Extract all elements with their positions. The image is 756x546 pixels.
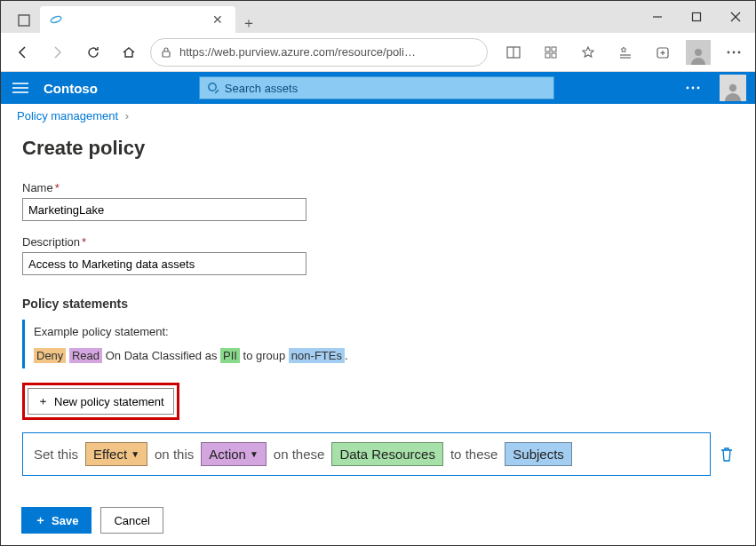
svg-point-28 <box>692 87 695 90</box>
new-policy-statement-label: New policy statement <box>54 395 164 408</box>
svg-point-18 <box>695 49 702 56</box>
browser-toolbar: https://web.purview.azure.com/resource/p… <box>1 33 755 72</box>
subjects-token[interactable]: Subjects <box>505 442 572 466</box>
action-token[interactable]: Action▼ <box>201 442 267 466</box>
brand-name: Contoso <box>44 81 98 96</box>
search-placeholder: Search assets <box>225 82 298 95</box>
address-bar[interactable]: https://web.purview.azure.com/resource/p… <box>150 38 488 67</box>
caret-down-icon: ▼ <box>131 449 139 459</box>
example-chip-nonfte: non-FTEs <box>289 348 345 363</box>
window-minimize-button[interactable] <box>638 1 677 33</box>
window-maximize-button[interactable] <box>677 1 716 33</box>
svg-rect-3 <box>693 13 701 21</box>
svg-rect-12 <box>552 53 556 58</box>
name-label: Name <box>22 181 53 194</box>
tab-actions-icon[interactable] <box>12 8 36 33</box>
hamburger-icon[interactable] <box>10 82 31 94</box>
window-close-button[interactable] <box>716 1 755 33</box>
svg-point-30 <box>729 84 736 91</box>
example-chip-read: Read <box>69 348 102 363</box>
svg-point-20 <box>733 51 736 53</box>
svg-rect-6 <box>163 51 170 57</box>
description-label: Description <box>22 235 80 249</box>
description-field: Description* <box>22 235 734 275</box>
policy-statement-row: Set this Effect▼ on this Action▼ on thes… <box>22 432 734 476</box>
favorites-list-icon[interactable] <box>611 38 640 67</box>
delete-statement-icon[interactable] <box>720 447 734 463</box>
header-more-icon[interactable] <box>679 74 707 102</box>
lock-icon <box>160 46 172 59</box>
save-button[interactable]: ＋ Save <box>21 507 92 534</box>
app-header: Contoso Search assets <box>1 72 755 104</box>
plus-icon: ＋ <box>37 393 49 409</box>
footer-actions: ＋ Save Cancel <box>21 507 163 534</box>
more-icon[interactable] <box>720 38 748 67</box>
save-label: Save <box>52 514 78 527</box>
tab-favicon <box>49 12 63 27</box>
builder-text: on these <box>274 447 325 462</box>
search-input[interactable]: Search assets <box>199 76 554 99</box>
cancel-button[interactable]: Cancel <box>100 507 163 534</box>
example-title: Example policy statement: <box>34 321 734 344</box>
page-title: Create policy <box>22 137 734 160</box>
chevron-right-icon: › <box>125 109 129 123</box>
name-input[interactable] <box>22 198 306 221</box>
effect-token[interactable]: Effect▼ <box>85 442 147 466</box>
svg-point-25 <box>209 83 216 91</box>
tab-close-icon[interactable]: ✕ <box>209 12 227 27</box>
home-button[interactable] <box>115 38 143 67</box>
main-content: Create policy Name* Description* Policy … <box>1 128 755 479</box>
example-chip-pii: PII <box>220 348 240 363</box>
builder-text: to these <box>450 447 497 462</box>
tab-strip: ✕ ＋ <box>1 1 262 33</box>
caret-down-icon: ▼ <box>250 449 259 459</box>
policy-statement-builder: Set this Effect▼ on this Action▼ on thes… <box>22 432 711 476</box>
builder-text: on this <box>155 447 194 462</box>
new-policy-statement-button[interactable]: ＋ New policy statement <box>28 388 174 415</box>
breadcrumb: Policy management › <box>1 104 755 128</box>
app-profile-avatar[interactable] <box>720 75 746 101</box>
reader-icon[interactable] <box>499 38 528 67</box>
back-button[interactable] <box>8 38 36 67</box>
svg-rect-0 <box>19 15 29 26</box>
svg-point-1 <box>50 15 61 24</box>
svg-rect-10 <box>552 47 556 51</box>
window-controls <box>638 1 755 33</box>
builder-text: Set this <box>34 447 78 462</box>
plus-icon: ＋ <box>35 512 46 528</box>
description-input[interactable] <box>22 252 306 275</box>
svg-rect-9 <box>545 47 550 51</box>
refresh-button[interactable] <box>79 38 107 67</box>
required-asterisk: * <box>55 181 60 194</box>
example-policy-statement: Example policy statement: Deny Read On D… <box>22 320 734 368</box>
svg-point-19 <box>728 51 730 53</box>
profile-avatar[interactable] <box>686 40 711 65</box>
window-titlebar: ✕ ＋ <box>1 1 755 33</box>
apps-icon[interactable] <box>537 38 565 67</box>
required-asterisk: * <box>82 235 86 249</box>
svg-rect-11 <box>545 53 550 58</box>
svg-point-29 <box>697 87 700 90</box>
new-policy-statement-highlight: ＋ New policy statement <box>22 383 179 420</box>
svg-point-21 <box>738 51 741 53</box>
name-field: Name* <box>22 181 734 221</box>
collections-icon[interactable] <box>649 38 677 67</box>
cancel-label: Cancel <box>114 514 149 527</box>
breadcrumb-link[interactable]: Policy management <box>17 109 118 123</box>
search-icon <box>207 82 219 94</box>
example-chip-deny: Deny <box>34 348 66 363</box>
new-tab-button[interactable]: ＋ <box>235 14 262 33</box>
policy-statements-heading: Policy statements <box>22 297 734 311</box>
address-text: https://web.purview.azure.com/resource/p… <box>179 45 478 59</box>
forward-button[interactable] <box>44 38 72 67</box>
svg-point-27 <box>687 87 689 90</box>
favorite-icon[interactable] <box>574 38 602 67</box>
svg-line-26 <box>215 90 219 93</box>
data-resources-token[interactable]: Data Resources <box>331 442 443 466</box>
browser-tab[interactable]: ✕ <box>40 6 235 33</box>
